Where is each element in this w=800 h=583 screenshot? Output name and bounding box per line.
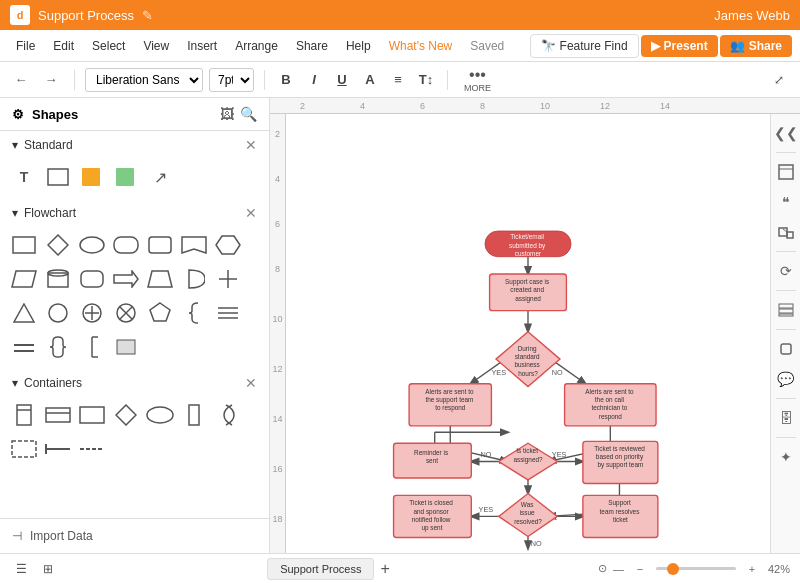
text-size-button[interactable]: T↕ — [415, 69, 437, 91]
fc-arrow-shape[interactable] — [112, 265, 140, 293]
standard-section-header[interactable]: ▾ Standard ✕ — [0, 131, 269, 159]
zoom-out-button[interactable]: − — [630, 559, 650, 579]
right-arrow-button[interactable]: ❮❮ — [773, 120, 799, 146]
zoom-in-button[interactable]: + — [742, 559, 762, 579]
zoom-slider[interactable] — [656, 567, 736, 570]
edit-icon[interactable]: ✎ — [142, 8, 153, 23]
cont-oval[interactable] — [146, 401, 174, 429]
fc-cross[interactable] — [214, 265, 242, 293]
menu-share[interactable]: Share — [288, 35, 336, 57]
image-icon[interactable]: 🖼 — [220, 106, 234, 122]
search-icon[interactable]: 🔍 — [240, 106, 257, 122]
containers-close-button[interactable]: ✕ — [245, 375, 257, 391]
fc-circle[interactable] — [44, 299, 72, 327]
fc-circle-x[interactable] — [112, 299, 140, 327]
underline-button[interactable]: U — [331, 69, 353, 91]
text-shape[interactable]: T — [10, 163, 38, 191]
svg-rect-97 — [787, 232, 793, 238]
fc-equals[interactable] — [10, 333, 38, 361]
svg-rect-3 — [13, 237, 35, 253]
page-tab[interactable]: Support Process — [267, 558, 374, 580]
cont-diamond[interactable] — [112, 401, 140, 429]
fc-filled-rect[interactable] — [112, 333, 140, 361]
add-page-button[interactable]: + — [380, 560, 389, 578]
menu-file[interactable]: File — [8, 35, 43, 57]
menu-whats-new[interactable]: What's New — [381, 35, 461, 57]
fc-bracket[interactable] — [78, 333, 106, 361]
connection-button[interactable] — [773, 219, 799, 245]
sidebar-title-group: ⚙ Shapes — [12, 107, 78, 122]
magic-button[interactable]: ✦ — [773, 444, 799, 470]
rect-shape[interactable] — [44, 163, 72, 191]
cont-dashed-rect[interactable] — [10, 435, 38, 463]
containers-shapes-grid — [0, 397, 269, 467]
fc-notch[interactable] — [180, 231, 208, 259]
redo-button[interactable]: → — [38, 67, 64, 93]
fc-rect[interactable] — [10, 231, 38, 259]
fc-triangle[interactable] — [10, 299, 38, 327]
fc-brace-open[interactable] — [180, 299, 208, 327]
svg-rect-7 — [149, 237, 171, 253]
more-button[interactable]: ••• MORE — [458, 65, 497, 95]
fullscreen-button[interactable]: ⤢ — [766, 67, 792, 93]
fc-brace-curly[interactable] — [44, 333, 72, 361]
green-rect-shape[interactable] — [112, 163, 140, 191]
layers-button[interactable] — [773, 297, 799, 323]
fc-rounded-rect[interactable] — [112, 231, 140, 259]
fc-cylinder[interactable] — [44, 265, 72, 293]
feature-find-button[interactable]: 🔭 Feature Find — [530, 34, 639, 58]
menu-edit[interactable]: Edit — [45, 35, 82, 57]
font-color-button[interactable]: A — [359, 69, 381, 91]
fc-trapezoid[interactable] — [146, 265, 174, 293]
fc-oval[interactable] — [78, 231, 106, 259]
fc-hexagon[interactable] — [214, 231, 242, 259]
menu-view[interactable]: View — [135, 35, 177, 57]
flowchart-section-header[interactable]: ▾ Flowchart ✕ — [0, 199, 269, 227]
cont-paren[interactable] — [214, 401, 242, 429]
fc-parallelogram[interactable] — [10, 265, 38, 293]
cont-line-2[interactable] — [78, 435, 106, 463]
history-button[interactable]: ⟳ — [773, 258, 799, 284]
containers-section-header[interactable]: ▾ Containers ✕ — [0, 369, 269, 397]
import-data-button[interactable]: ⊣ Import Data — [0, 518, 269, 553]
cont-bar-1[interactable] — [180, 401, 208, 429]
present-button[interactable]: ▶ Present — [641, 35, 718, 57]
properties-button[interactable] — [773, 336, 799, 362]
undo-button[interactable]: ← — [8, 67, 34, 93]
cont-rect-2[interactable] — [44, 401, 72, 429]
filled-rect-shape[interactable] — [78, 163, 106, 191]
italic-button[interactable]: I — [303, 69, 325, 91]
grid-view-button[interactable]: ⊞ — [37, 559, 59, 579]
flowchart-close-button[interactable]: ✕ — [245, 205, 257, 221]
font-family-select[interactable]: Liberation Sans — [85, 68, 203, 92]
arrow-shape[interactable]: ↗ — [146, 163, 174, 191]
fc-rrect2[interactable] — [78, 265, 106, 293]
fc-circle-plus[interactable] — [78, 299, 106, 327]
menu-bar: File Edit Select View Insert Arrange Sha… — [0, 30, 800, 62]
menu-arrange[interactable]: Arrange — [227, 35, 286, 57]
quote-button[interactable]: ❝ — [773, 189, 799, 215]
share-button[interactable]: 👥 Share — [720, 35, 792, 57]
bold-button[interactable]: B — [275, 69, 297, 91]
cont-line-1[interactable] — [44, 435, 72, 463]
fc-lines[interactable] — [214, 299, 242, 327]
cont-rect-3[interactable] — [78, 401, 106, 429]
font-size-select[interactable]: 7pt — [209, 68, 254, 92]
fc-d-shape[interactable] — [180, 265, 208, 293]
diagram-canvas[interactable]: YES NO NO — [286, 114, 770, 553]
svg-rect-35 — [117, 340, 135, 354]
cont-rect-1[interactable] — [10, 401, 38, 429]
fc-rounded-rect2[interactable] — [146, 231, 174, 259]
format-panel-button[interactable] — [773, 159, 799, 185]
menu-insert[interactable]: Insert — [179, 35, 225, 57]
menu-help[interactable]: Help — [338, 35, 379, 57]
align-button[interactable]: ≡ — [387, 69, 409, 91]
svg-text:YES: YES — [552, 450, 567, 459]
fc-pentagon[interactable] — [146, 299, 174, 327]
menu-select[interactable]: Select — [84, 35, 133, 57]
chat-button[interactable]: 💬 — [773, 366, 799, 392]
fc-diamond[interactable] — [44, 231, 72, 259]
list-view-button[interactable]: ☰ — [10, 559, 33, 579]
standard-close-button[interactable]: ✕ — [245, 137, 257, 153]
db-button[interactable]: 🗄 — [773, 405, 799, 431]
